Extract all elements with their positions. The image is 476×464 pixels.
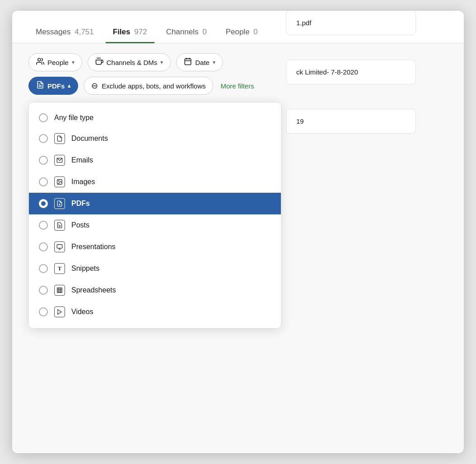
svg-marker-26 [58, 310, 61, 315]
item-label-documents: Documents [71, 135, 108, 143]
dropdown-item-emails[interactable]: Emails [29, 149, 281, 171]
tab-messages[interactable]: Messages 4,751 [28, 22, 101, 43]
item-label-any: Any file type [54, 114, 93, 122]
spreadsheets-icon [54, 285, 65, 296]
people-icon [36, 57, 44, 67]
date-filter-button[interactable]: Date ▾ [176, 53, 223, 71]
dropdown-item-images[interactable]: Images [29, 171, 281, 193]
pdfs-filter-label: PDFs [47, 82, 65, 90]
people-chevron-icon: ▾ [72, 59, 75, 65]
channels-chevron-icon: ▾ [160, 59, 163, 65]
posts-icon [54, 220, 65, 231]
exclude-filter-label: Exclude apps, bots, and workflows [102, 82, 205, 90]
dropdown-item-spreadsheets[interactable]: Spreadsheets [29, 279, 281, 301]
dropdown-item-documents[interactable]: Documents [29, 128, 281, 149]
item-label-emails: Emails [71, 156, 93, 164]
item-label-snippets: Snippets [71, 264, 99, 273]
pdfs-icon [54, 198, 65, 209]
people-filter-label: People [47, 59, 69, 66]
dropdown-item-posts[interactable]: Posts [29, 214, 281, 236]
item-label-videos: Videos [71, 308, 93, 316]
svg-rect-18 [57, 245, 62, 248]
dropdown-item-pdfs[interactable]: PDFs [29, 193, 281, 214]
exclude-filter-button[interactable]: ⊖ Exclude apps, bots, and workflows [84, 77, 213, 95]
exclude-icon: ⊖ [91, 81, 98, 91]
item-label-images: Images [71, 178, 95, 186]
pdf-icon [36, 81, 44, 91]
dropdown-menu: Any file type Documents Emails [28, 102, 281, 329]
documents-icon [54, 133, 65, 144]
tab-files[interactable]: Files 972 [106, 22, 154, 43]
item-label-pdfs: PDFs [71, 200, 90, 208]
result-card-3: ck Limited- 7-8-2020 [286, 60, 416, 84]
svg-rect-4 [185, 59, 191, 65]
result-card-2: 1.pdf [286, 11, 416, 35]
dropdown-item-any[interactable]: Any file type [29, 108, 281, 128]
radio-documents [39, 134, 48, 143]
radio-any [39, 113, 48, 122]
radio-posts [39, 221, 48, 230]
dropdown-item-presentations[interactable]: Presentations [29, 236, 281, 258]
svg-point-12 [58, 181, 59, 181]
pdfs-chevron-icon: ▴ [68, 83, 70, 89]
channels-dms-filter-button[interactable]: Channels & DMs ▾ [88, 53, 171, 71]
item-label-presentations: Presentations [71, 243, 116, 251]
item-label-spreadsheets: Spreadsheets [71, 286, 116, 294]
tab-people[interactable]: People 0 [219, 22, 265, 43]
snippets-icon: T [54, 263, 65, 274]
images-icon [54, 176, 65, 187]
radio-emails [39, 156, 48, 165]
file-type-dropdown: Any file type Documents Emails [28, 102, 448, 329]
radio-images [39, 177, 48, 186]
date-icon [184, 57, 192, 67]
app-window: Messages 4,751 Files 972 Channels 0 Peop… [12, 11, 464, 453]
pdfs-filter-button[interactable]: PDFs ▴ [28, 77, 78, 95]
date-chevron-icon: ▾ [213, 59, 215, 65]
svg-rect-21 [57, 288, 62, 293]
radio-spreadsheets [39, 286, 48, 295]
svg-point-0 [38, 58, 41, 61]
dropdown-item-videos[interactable]: Videos [29, 301, 281, 323]
presentations-icon [54, 241, 65, 252]
channels-dms-filter-label: Channels & DMs [107, 59, 158, 66]
more-filters-button[interactable]: More filters [220, 82, 254, 90]
item-label-posts: Posts [71, 221, 89, 229]
date-filter-label: Date [195, 59, 210, 66]
radio-snippets [39, 264, 48, 273]
videos-icon [54, 306, 65, 317]
emails-icon [54, 155, 65, 166]
radio-presentations [39, 242, 48, 251]
people-filter-button[interactable]: People ▾ [28, 53, 82, 71]
dropdown-item-snippets[interactable]: T Snippets [29, 258, 281, 279]
radio-videos [39, 307, 48, 316]
tab-channels[interactable]: Channels 0 [159, 22, 214, 43]
radio-pdfs [39, 199, 48, 208]
channels-icon [95, 57, 103, 67]
